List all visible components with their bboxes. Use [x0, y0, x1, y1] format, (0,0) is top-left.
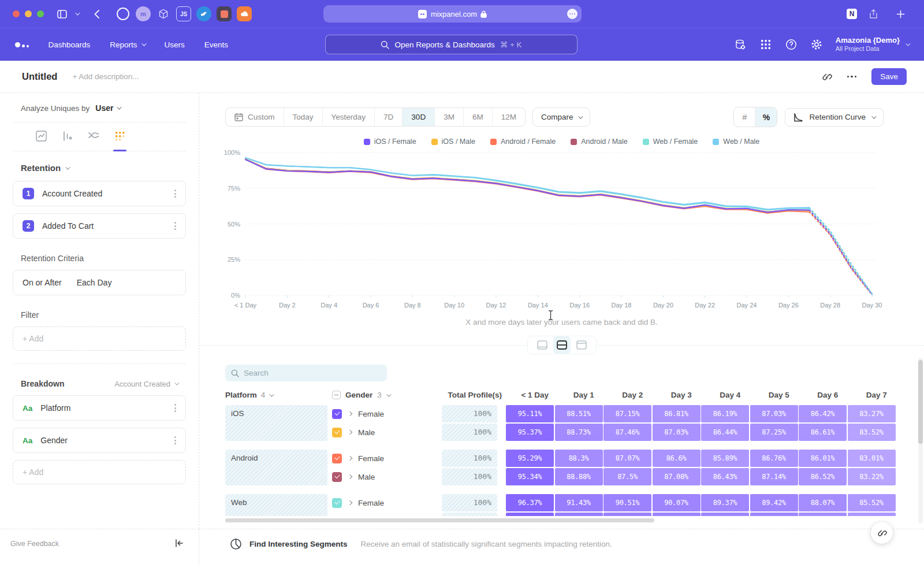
retention-value-cell[interactable]: 86.42%: [799, 405, 847, 422]
range-12m[interactable]: 12M: [493, 108, 525, 126]
retention-value-cell[interactable]: 83.01%: [848, 450, 896, 467]
criteria-mode-select[interactable]: On or After: [23, 278, 62, 287]
criteria-interval-select[interactable]: Each Day: [77, 278, 112, 287]
range-3m[interactable]: 3M: [435, 108, 464, 126]
breakdown-item-platform[interactable]: AaPlatform: [13, 395, 186, 421]
retention-value-cell[interactable]: 87.25%: [750, 424, 798, 441]
series-checkbox[interactable]: [332, 498, 342, 508]
select-all-checkbox[interactable]: [332, 391, 341, 399]
day-header[interactable]: Day 6: [803, 391, 852, 399]
series-checkbox[interactable]: [332, 409, 342, 419]
retention-value-cell[interactable]: 86.43%: [701, 468, 749, 485]
series-checkbox[interactable]: [332, 454, 342, 463]
range-today[interactable]: Today: [284, 108, 323, 126]
account-switcher[interactable]: Amazonia {Demo} All Project Data: [836, 36, 909, 53]
retention-value-cell[interactable]: 96.37%: [506, 494, 554, 511]
retention-line-chart[interactable]: 0%25%50%75%100%< 1 DayDay 2Day 4Day 6Day…: [208, 148, 924, 317]
retention-value-cell[interactable]: 90.07%: [653, 494, 701, 511]
series-checkbox[interactable]: [332, 428, 342, 437]
kebab-menu-icon[interactable]: [172, 402, 178, 414]
back-icon[interactable]: [89, 6, 104, 21]
nav-link-dashboards[interactable]: Dashboards: [49, 40, 91, 49]
retention-value-cell[interactable]: 88.73%: [555, 424, 603, 441]
sidebar-toggle-icon[interactable]: [54, 6, 69, 21]
retention-value-cell[interactable]: 87.08%: [653, 468, 701, 485]
retention-value-cell[interactable]: 83.22%: [848, 468, 896, 485]
total-profiles-header[interactable]: Total Profile(s): [446, 391, 502, 399]
save-button[interactable]: Save: [871, 68, 907, 85]
address-bar[interactable]: mixpanel.com: [323, 5, 582, 23]
retention-step-2[interactable]: 2Added To Cart: [13, 213, 186, 239]
minimize-window-button[interactable]: [25, 10, 32, 17]
vinyl-app-icon[interactable]: [217, 6, 232, 21]
range-30d[interactable]: 30D: [403, 108, 435, 126]
cube-app-icon[interactable]: [156, 6, 171, 21]
mixpanel-logo[interactable]: [15, 42, 29, 47]
gender-column-header[interactable]: Gender 3: [332, 391, 442, 399]
vertical-scrollbar[interactable]: [918, 360, 923, 444]
retention-value-cell[interactable]: 95.29%: [506, 450, 554, 467]
split-view-icon[interactable]: [553, 336, 571, 354]
chevron-down-icon[interactable]: [73, 6, 81, 21]
retention-value-cell[interactable]: 91.44%: [555, 513, 603, 516]
tab-insights[interactable]: [36, 131, 47, 151]
kebab-menu-icon[interactable]: [172, 434, 178, 447]
retention-value-cell[interactable]: 86.44%: [701, 424, 749, 441]
table-search-input[interactable]: [244, 369, 371, 377]
bird-app-icon[interactable]: [196, 6, 211, 21]
platform-column-header[interactable]: Platform 4: [225, 391, 332, 399]
retention-value-cell[interactable]: 88.51%: [555, 405, 603, 422]
retention-value-cell[interactable]: 90.51%: [603, 494, 651, 511]
m-app-icon[interactable]: m: [136, 6, 151, 21]
day-header[interactable]: Day 4: [706, 391, 755, 399]
chart-type-select[interactable]: Retention Curve: [785, 108, 884, 127]
retention-value-cell[interactable]: 86.61%: [799, 424, 847, 441]
retention-value-cell[interactable]: 86.81%: [653, 405, 701, 422]
retention-step-1[interactable]: 1Account Created: [13, 181, 186, 206]
retention-value-cell[interactable]: 88.88%: [555, 468, 603, 485]
retention-value-cell[interactable]: 87.07%: [603, 450, 651, 467]
horizontal-scrollbar[interactable]: [225, 518, 654, 522]
breakdown-item-gender[interactable]: AaGender: [13, 428, 186, 453]
day-header[interactable]: < 1 Day: [511, 391, 560, 399]
range-6m[interactable]: 6M: [464, 108, 493, 126]
cloud-app-icon[interactable]: [237, 6, 252, 21]
retention-section-heading[interactable]: Retention: [21, 163, 178, 173]
range-yesterday[interactable]: Yesterday: [323, 108, 375, 126]
window-controls[interactable]: [13, 10, 44, 17]
retention-value-cell[interactable]: 85.52%: [848, 494, 896, 511]
global-search-button[interactable]: Open Reports & Dashboards ⌘ + K: [325, 35, 578, 54]
day-header[interactable]: Day 1: [560, 391, 609, 399]
chevron-right-icon[interactable]: [348, 474, 352, 479]
retention-criteria-card[interactable]: On or After Each Day: [13, 270, 186, 295]
retention-value-cell[interactable]: 91.43%: [555, 494, 603, 511]
retention-value-cell[interactable]: 87.14%: [750, 468, 798, 485]
retention-value-cell[interactable]: 83.27%: [848, 405, 896, 422]
range-custom[interactable]: Custom: [226, 108, 284, 126]
share-link-fab[interactable]: [871, 522, 893, 544]
retention-value-cell[interactable]: 86.76%: [750, 450, 798, 467]
chevron-right-icon[interactable]: [348, 411, 352, 416]
retention-value-cell[interactable]: 95.34%: [506, 468, 554, 485]
chevron-right-icon[interactable]: [348, 456, 352, 461]
collapse-sidebar-icon[interactable]: [175, 539, 184, 549]
day-header[interactable]: Day 7: [852, 391, 901, 399]
retention-value-cell[interactable]: 87.03%: [653, 424, 701, 441]
close-window-button[interactable]: [13, 10, 20, 17]
analyze-entity-select[interactable]: User: [95, 103, 113, 113]
retention-value-cell[interactable]: 90.54%: [603, 513, 651, 516]
chevron-right-icon[interactable]: [348, 500, 352, 505]
table-search[interactable]: [225, 365, 387, 381]
give-feedback-link[interactable]: Give Feedback: [10, 540, 59, 548]
js-app-icon[interactable]: JS: [176, 6, 191, 21]
day-header[interactable]: Day 3: [657, 391, 706, 399]
unit-number[interactable]: #: [734, 107, 755, 127]
add-description-field[interactable]: + Add description...: [72, 72, 139, 81]
retention-value-cell[interactable]: 89.37%: [701, 494, 749, 511]
range-7d[interactable]: 7D: [375, 108, 403, 126]
retention-value-cell[interactable]: 85.67%: [848, 513, 896, 516]
retention-value-cell[interactable]: 86.19%: [701, 405, 749, 422]
legend-item[interactable]: iOS / Female: [364, 138, 416, 146]
legend-item[interactable]: Web / Female: [643, 138, 698, 146]
report-title[interactable]: Untitled: [22, 71, 57, 82]
